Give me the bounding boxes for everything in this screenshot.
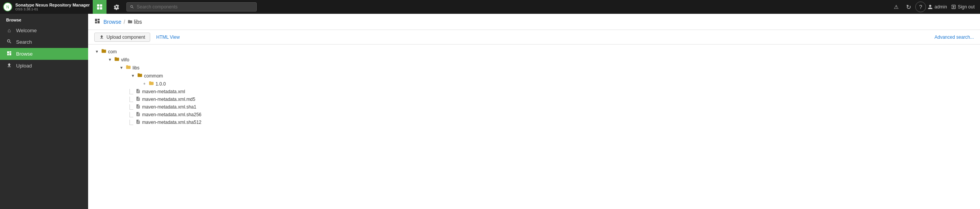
browse-nav-icon[interactable] bbox=[93, 0, 107, 14]
home-icon: ⌂ bbox=[6, 27, 12, 33]
user-section[interactable]: admin bbox=[928, 4, 947, 10]
node-maven-metadata-xml-sha512-label: maven-metadata.xml.sha512 bbox=[142, 120, 202, 125]
username-label: admin bbox=[934, 4, 947, 10]
toggle-commom[interactable]: ▼ bbox=[130, 73, 136, 79]
tree-node-maven-metadata-xml-md5[interactable]: maven-metadata.xml.md5 bbox=[125, 95, 974, 103]
tree-node-maven-metadata-xml-sha512[interactable]: maven-metadata.xml.sha512 bbox=[125, 118, 974, 126]
upload-btn-icon bbox=[99, 35, 104, 39]
sidebar-item-browse[interactable]: Browse bbox=[0, 48, 88, 60]
toggle-vlifo[interactable]: ▼ bbox=[107, 57, 113, 63]
svg-rect-5 bbox=[100, 7, 102, 10]
tree-node-maven-metadata-xml-sha1[interactable]: maven-metadata.xml.sha1 bbox=[125, 103, 974, 111]
toggle-libs[interactable]: ▼ bbox=[119, 65, 124, 71]
node-maven-metadata-xml-sha256-label: maven-metadata.xml.sha256 bbox=[142, 112, 202, 117]
signout-button[interactable]: Sign out bbox=[949, 3, 977, 11]
html-view-button[interactable]: HTML View bbox=[152, 33, 184, 41]
upload-sidebar-icon bbox=[6, 63, 12, 69]
folder-commom-icon bbox=[137, 72, 143, 79]
folder-100-icon bbox=[149, 81, 154, 87]
tree-node-com[interactable]: ▼ com bbox=[94, 48, 974, 56]
sidebar-upload-label: Upload bbox=[16, 63, 32, 69]
folder-com-icon bbox=[101, 48, 107, 55]
signout-icon bbox=[951, 4, 956, 10]
sidebar-item-upload[interactable]: Upload bbox=[0, 60, 88, 72]
breadcrumb-separator: / bbox=[124, 19, 125, 25]
sidebar-item-welcome[interactable]: ⌂ Welcome bbox=[0, 25, 88, 36]
tree-node-maven-metadata-xml-sha256[interactable]: maven-metadata.xml.sha256 bbox=[125, 111, 974, 118]
search-icon bbox=[130, 5, 134, 9]
search-bar[interactable] bbox=[126, 2, 257, 12]
tree-node-100[interactable]: + 1.0.0 bbox=[119, 80, 974, 88]
node-com-label: com bbox=[108, 49, 117, 54]
brand: N Sonatype Nexus Repository Manager OSS … bbox=[3, 2, 90, 12]
svg-text:N: N bbox=[6, 5, 9, 9]
toggle-com[interactable]: ▼ bbox=[94, 49, 100, 54]
folder-libs-icon bbox=[126, 64, 131, 71]
app-version: OSS 3.38.1-01 bbox=[15, 7, 90, 11]
toggle-100[interactable]: + bbox=[142, 81, 147, 87]
file-maven-metadata-xml-sha1-icon bbox=[136, 104, 141, 110]
file-maven-metadata-xml-sha512-icon bbox=[136, 119, 141, 125]
refresh-icon[interactable]: ↻ bbox=[903, 2, 914, 12]
tree-node-vlifo[interactable]: ▼ vlifo bbox=[100, 56, 974, 64]
page-header: Browse / libs bbox=[88, 14, 980, 30]
node-maven-metadata-xml-sha1-label: maven-metadata.xml.sha1 bbox=[142, 104, 196, 110]
main-layout: Browse ⌂ Welcome Search Browse bbox=[0, 14, 980, 209]
sidebar-welcome-label: Welcome bbox=[16, 28, 37, 33]
advanced-search-link[interactable]: Advanced search... bbox=[934, 35, 974, 40]
tree-node-maven-metadata-xml[interactable]: maven-metadata.xml bbox=[125, 88, 974, 95]
sidebar-item-search[interactable]: Search bbox=[0, 36, 88, 48]
search-sidebar-icon bbox=[6, 39, 12, 45]
brand-logo-icon: N bbox=[3, 2, 12, 12]
tree-node-commom[interactable]: ▼ commom bbox=[113, 72, 974, 80]
node-maven-metadata-xml-md5-label: maven-metadata.xml.md5 bbox=[142, 97, 195, 102]
folder-vlifo-icon bbox=[114, 56, 120, 63]
settings-icon[interactable] bbox=[110, 0, 123, 14]
content-area: Browse / libs Upload component HTML View bbox=[88, 14, 980, 209]
navbar-right: ⚠ ↻ ? admin Sign out bbox=[891, 2, 977, 12]
app-title: Sonatype Nexus Repository Manager bbox=[15, 3, 90, 7]
node-commom-label: commom bbox=[144, 73, 163, 79]
browse-sidebar-icon bbox=[6, 51, 12, 57]
node-100-label: 1.0.0 bbox=[156, 81, 166, 87]
sidebar: Browse ⌂ Welcome Search Browse bbox=[0, 14, 88, 209]
node-maven-metadata-xml-label: maven-metadata.xml bbox=[142, 89, 185, 94]
folder-icon bbox=[128, 19, 133, 24]
file-maven-metadata-xml-icon bbox=[136, 89, 141, 95]
header-browse-icon bbox=[94, 18, 100, 26]
svg-rect-3 bbox=[100, 4, 102, 7]
sidebar-search-label: Search bbox=[16, 39, 32, 45]
toolbar: Upload component HTML View Advanced sear… bbox=[88, 30, 980, 44]
help-icon[interactable]: ? bbox=[915, 2, 926, 12]
search-input[interactable] bbox=[137, 4, 254, 10]
breadcrumb-browse-link[interactable]: Browse bbox=[103, 19, 121, 25]
html-view-label: HTML View bbox=[156, 35, 180, 40]
svg-rect-2 bbox=[97, 4, 100, 7]
node-libs-label: libs bbox=[133, 65, 139, 71]
signout-label: Sign out bbox=[958, 4, 975, 10]
tree-node-libs[interactable]: ▼ libs bbox=[107, 64, 974, 72]
node-vlifo-label: vlifo bbox=[121, 57, 129, 63]
alert-icon[interactable]: ⚠ bbox=[891, 2, 901, 12]
upload-component-button[interactable]: Upload component bbox=[94, 33, 150, 42]
upload-btn-label: Upload component bbox=[107, 35, 145, 40]
navbar: N Sonatype Nexus Repository Manager OSS … bbox=[0, 0, 980, 14]
svg-rect-4 bbox=[97, 7, 100, 10]
tree-container: ▼ com ▼ vlifo bbox=[88, 44, 980, 209]
sidebar-title: Browse bbox=[0, 14, 88, 25]
sidebar-browse-label: Browse bbox=[16, 51, 33, 57]
breadcrumb-current: libs bbox=[128, 19, 142, 25]
breadcrumb-current-label: libs bbox=[134, 19, 142, 25]
user-icon bbox=[928, 4, 933, 10]
file-maven-metadata-xml-md5-icon bbox=[136, 96, 141, 102]
file-maven-metadata-xml-sha256-icon bbox=[136, 112, 141, 118]
breadcrumb: Browse / libs bbox=[103, 19, 142, 25]
